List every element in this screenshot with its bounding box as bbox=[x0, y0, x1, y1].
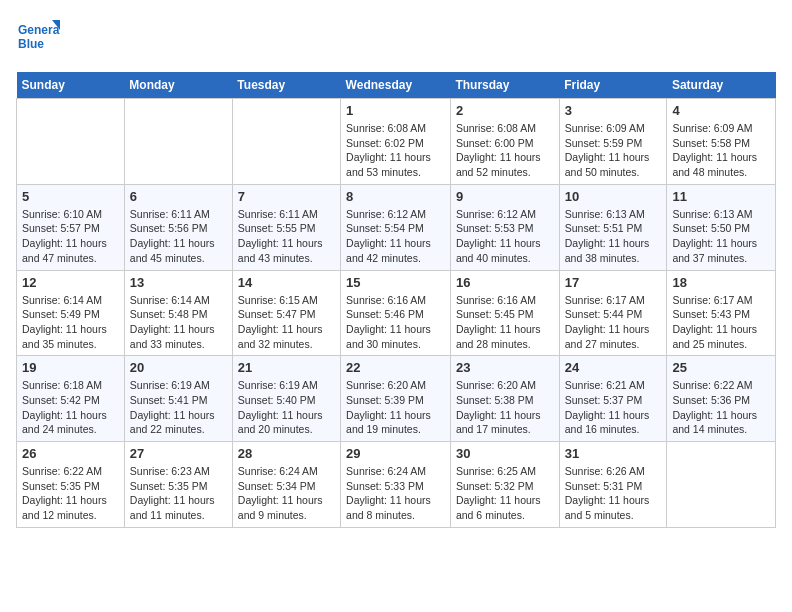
calendar-cell: 19Sunrise: 6:18 AM Sunset: 5:42 PM Dayli… bbox=[17, 356, 125, 442]
day-number: 6 bbox=[130, 189, 227, 204]
calendar-cell: 25Sunrise: 6:22 AM Sunset: 5:36 PM Dayli… bbox=[667, 356, 776, 442]
cell-content: Sunrise: 6:14 AM Sunset: 5:48 PM Dayligh… bbox=[130, 293, 227, 352]
day-number: 9 bbox=[456, 189, 554, 204]
cell-content: Sunrise: 6:14 AM Sunset: 5:49 PM Dayligh… bbox=[22, 293, 119, 352]
cell-content: Sunrise: 6:20 AM Sunset: 5:38 PM Dayligh… bbox=[456, 378, 554, 437]
calendar-cell: 18Sunrise: 6:17 AM Sunset: 5:43 PM Dayli… bbox=[667, 270, 776, 356]
week-row-1: 1Sunrise: 6:08 AM Sunset: 6:02 PM Daylig… bbox=[17, 99, 776, 185]
col-header-wednesday: Wednesday bbox=[341, 72, 451, 99]
calendar-cell: 29Sunrise: 6:24 AM Sunset: 5:33 PM Dayli… bbox=[341, 442, 451, 528]
week-row-5: 26Sunrise: 6:22 AM Sunset: 5:35 PM Dayli… bbox=[17, 442, 776, 528]
calendar-cell: 11Sunrise: 6:13 AM Sunset: 5:50 PM Dayli… bbox=[667, 184, 776, 270]
day-number: 7 bbox=[238, 189, 335, 204]
calendar-cell: 13Sunrise: 6:14 AM Sunset: 5:48 PM Dayli… bbox=[124, 270, 232, 356]
cell-content: Sunrise: 6:12 AM Sunset: 5:53 PM Dayligh… bbox=[456, 207, 554, 266]
cell-content: Sunrise: 6:24 AM Sunset: 5:33 PM Dayligh… bbox=[346, 464, 445, 523]
day-number: 15 bbox=[346, 275, 445, 290]
cell-content: Sunrise: 6:10 AM Sunset: 5:57 PM Dayligh… bbox=[22, 207, 119, 266]
cell-content: Sunrise: 6:13 AM Sunset: 5:51 PM Dayligh… bbox=[565, 207, 662, 266]
cell-content: Sunrise: 6:11 AM Sunset: 5:56 PM Dayligh… bbox=[130, 207, 227, 266]
day-number: 4 bbox=[672, 103, 770, 118]
cell-content: Sunrise: 6:25 AM Sunset: 5:32 PM Dayligh… bbox=[456, 464, 554, 523]
calendar-cell bbox=[232, 99, 340, 185]
header-row: SundayMondayTuesdayWednesdayThursdayFrid… bbox=[17, 72, 776, 99]
calendar-cell: 28Sunrise: 6:24 AM Sunset: 5:34 PM Dayli… bbox=[232, 442, 340, 528]
week-row-3: 12Sunrise: 6:14 AM Sunset: 5:49 PM Dayli… bbox=[17, 270, 776, 356]
day-number: 18 bbox=[672, 275, 770, 290]
calendar-cell: 22Sunrise: 6:20 AM Sunset: 5:39 PM Dayli… bbox=[341, 356, 451, 442]
cell-content: Sunrise: 6:16 AM Sunset: 5:45 PM Dayligh… bbox=[456, 293, 554, 352]
cell-content: Sunrise: 6:19 AM Sunset: 5:41 PM Dayligh… bbox=[130, 378, 227, 437]
col-header-tuesday: Tuesday bbox=[232, 72, 340, 99]
col-header-saturday: Saturday bbox=[667, 72, 776, 99]
cell-content: Sunrise: 6:09 AM Sunset: 5:58 PM Dayligh… bbox=[672, 121, 770, 180]
cell-content: Sunrise: 6:26 AM Sunset: 5:31 PM Dayligh… bbox=[565, 464, 662, 523]
day-number: 20 bbox=[130, 360, 227, 375]
calendar-cell: 16Sunrise: 6:16 AM Sunset: 5:45 PM Dayli… bbox=[450, 270, 559, 356]
day-number: 3 bbox=[565, 103, 662, 118]
col-header-monday: Monday bbox=[124, 72, 232, 99]
day-number: 12 bbox=[22, 275, 119, 290]
calendar-cell: 15Sunrise: 6:16 AM Sunset: 5:46 PM Dayli… bbox=[341, 270, 451, 356]
calendar-cell: 21Sunrise: 6:19 AM Sunset: 5:40 PM Dayli… bbox=[232, 356, 340, 442]
calendar-cell: 4Sunrise: 6:09 AM Sunset: 5:58 PM Daylig… bbox=[667, 99, 776, 185]
calendar-cell: 6Sunrise: 6:11 AM Sunset: 5:56 PM Daylig… bbox=[124, 184, 232, 270]
cell-content: Sunrise: 6:09 AM Sunset: 5:59 PM Dayligh… bbox=[565, 121, 662, 180]
day-number: 11 bbox=[672, 189, 770, 204]
calendar-cell: 5Sunrise: 6:10 AM Sunset: 5:57 PM Daylig… bbox=[17, 184, 125, 270]
calendar-cell: 31Sunrise: 6:26 AM Sunset: 5:31 PM Dayli… bbox=[559, 442, 667, 528]
cell-content: Sunrise: 6:22 AM Sunset: 5:36 PM Dayligh… bbox=[672, 378, 770, 437]
calendar-cell bbox=[124, 99, 232, 185]
day-number: 5 bbox=[22, 189, 119, 204]
day-number: 10 bbox=[565, 189, 662, 204]
cell-content: Sunrise: 6:16 AM Sunset: 5:46 PM Dayligh… bbox=[346, 293, 445, 352]
cell-content: Sunrise: 6:23 AM Sunset: 5:35 PM Dayligh… bbox=[130, 464, 227, 523]
day-number: 31 bbox=[565, 446, 662, 461]
cell-content: Sunrise: 6:15 AM Sunset: 5:47 PM Dayligh… bbox=[238, 293, 335, 352]
calendar-cell: 20Sunrise: 6:19 AM Sunset: 5:41 PM Dayli… bbox=[124, 356, 232, 442]
day-number: 28 bbox=[238, 446, 335, 461]
calendar-cell: 14Sunrise: 6:15 AM Sunset: 5:47 PM Dayli… bbox=[232, 270, 340, 356]
calendar-cell: 26Sunrise: 6:22 AM Sunset: 5:35 PM Dayli… bbox=[17, 442, 125, 528]
day-number: 30 bbox=[456, 446, 554, 461]
calendar-cell: 2Sunrise: 6:08 AM Sunset: 6:00 PM Daylig… bbox=[450, 99, 559, 185]
day-number: 19 bbox=[22, 360, 119, 375]
day-number: 26 bbox=[22, 446, 119, 461]
logo-icon: General Blue bbox=[16, 16, 60, 60]
day-number: 13 bbox=[130, 275, 227, 290]
week-row-2: 5Sunrise: 6:10 AM Sunset: 5:57 PM Daylig… bbox=[17, 184, 776, 270]
calendar-cell bbox=[667, 442, 776, 528]
calendar-cell: 3Sunrise: 6:09 AM Sunset: 5:59 PM Daylig… bbox=[559, 99, 667, 185]
cell-content: Sunrise: 6:11 AM Sunset: 5:55 PM Dayligh… bbox=[238, 207, 335, 266]
cell-content: Sunrise: 6:17 AM Sunset: 5:44 PM Dayligh… bbox=[565, 293, 662, 352]
day-number: 29 bbox=[346, 446, 445, 461]
page-header: General Blue bbox=[16, 16, 776, 60]
col-header-friday: Friday bbox=[559, 72, 667, 99]
calendar-cell: 17Sunrise: 6:17 AM Sunset: 5:44 PM Dayli… bbox=[559, 270, 667, 356]
cell-content: Sunrise: 6:12 AM Sunset: 5:54 PM Dayligh… bbox=[346, 207, 445, 266]
cell-content: Sunrise: 6:19 AM Sunset: 5:40 PM Dayligh… bbox=[238, 378, 335, 437]
day-number: 22 bbox=[346, 360, 445, 375]
calendar-cell: 7Sunrise: 6:11 AM Sunset: 5:55 PM Daylig… bbox=[232, 184, 340, 270]
day-number: 16 bbox=[456, 275, 554, 290]
logo: General Blue bbox=[16, 16, 60, 60]
calendar-cell: 30Sunrise: 6:25 AM Sunset: 5:32 PM Dayli… bbox=[450, 442, 559, 528]
calendar-cell: 23Sunrise: 6:20 AM Sunset: 5:38 PM Dayli… bbox=[450, 356, 559, 442]
day-number: 21 bbox=[238, 360, 335, 375]
calendar-cell: 27Sunrise: 6:23 AM Sunset: 5:35 PM Dayli… bbox=[124, 442, 232, 528]
col-header-thursday: Thursday bbox=[450, 72, 559, 99]
day-number: 23 bbox=[456, 360, 554, 375]
cell-content: Sunrise: 6:18 AM Sunset: 5:42 PM Dayligh… bbox=[22, 378, 119, 437]
day-number: 17 bbox=[565, 275, 662, 290]
day-number: 2 bbox=[456, 103, 554, 118]
cell-content: Sunrise: 6:08 AM Sunset: 6:00 PM Dayligh… bbox=[456, 121, 554, 180]
cell-content: Sunrise: 6:20 AM Sunset: 5:39 PM Dayligh… bbox=[346, 378, 445, 437]
col-header-sunday: Sunday bbox=[17, 72, 125, 99]
day-number: 8 bbox=[346, 189, 445, 204]
cell-content: Sunrise: 6:22 AM Sunset: 5:35 PM Dayligh… bbox=[22, 464, 119, 523]
day-number: 1 bbox=[346, 103, 445, 118]
cell-content: Sunrise: 6:08 AM Sunset: 6:02 PM Dayligh… bbox=[346, 121, 445, 180]
day-number: 25 bbox=[672, 360, 770, 375]
svg-text:General: General bbox=[18, 23, 60, 37]
day-number: 14 bbox=[238, 275, 335, 290]
